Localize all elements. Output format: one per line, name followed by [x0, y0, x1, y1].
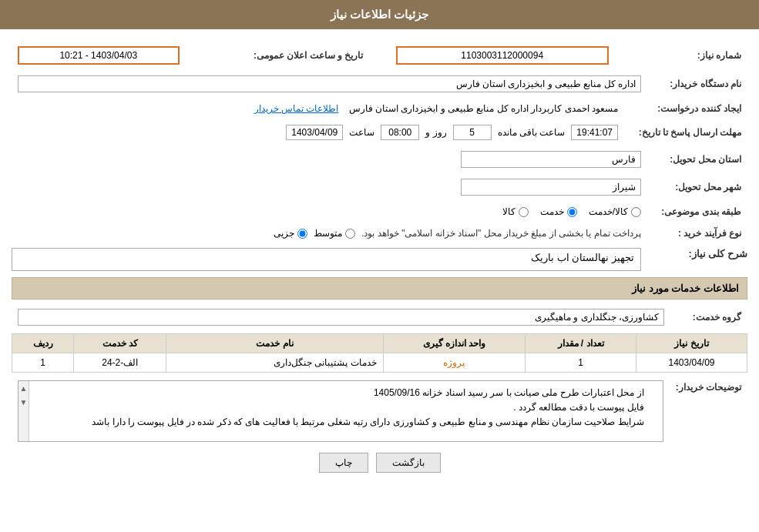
services-section-title: اطلاعات خدمات مورد نیاز [12, 277, 747, 299]
services-table: تاریخ نیاز تعداد / مقدار واحد اندازه گیر… [12, 333, 747, 373]
purchase-type-note: پرداخت تمام یا بخشی از مبلغ خریداز محل "… [361, 228, 641, 239]
buyer-desc-label: توضیحات خریدار: [670, 377, 747, 445]
contact-link[interactable]: اطلاعات تماس خریدار [254, 103, 339, 114]
buyer-org-value: اداره کل منابع طبیعی و ابخیزداری استان ف… [18, 75, 641, 92]
desc-line-2: فایل پیوست با دقت مطالعه گردد . [23, 400, 644, 415]
col-service-name: نام خدمت [166, 334, 384, 353]
deadline-remaining: 19:41:07 [571, 125, 618, 140]
col-date: تاریخ نیاز [636, 334, 747, 353]
page-title: جزئیات اطلاعات نیاز [331, 8, 428, 21]
col-row-num: ردیف [12, 334, 74, 353]
col-quantity: تعداد / مقدار [526, 334, 636, 353]
row-service-code: الف-2-24 [74, 353, 166, 373]
city-value: شیراز [461, 179, 641, 196]
col-unit: واحد اندازه گیری [383, 334, 525, 353]
creator-value: مسعود احمدی کاربردار اداره کل منابع طبیع… [349, 103, 618, 114]
need-number-value: 1103003112000094 [396, 46, 609, 65]
scrollbar[interactable]: ▲ ▼ [18, 381, 29, 441]
purchase-type-motavaset[interactable]: متوسط [314, 228, 355, 239]
city-label: شهر محل تحویل: [647, 176, 747, 199]
need-description-value: تجهیز نهالستان اب باریک [531, 252, 634, 263]
purchase-type-label: نوع فرآیند خرید : [647, 225, 747, 242]
page-header: جزئیات اطلاعات نیاز [0, 0, 759, 29]
deadline-day-label: روز و [425, 127, 446, 138]
announcement-label: تاریخ و ساعت اعلان عمومی: [186, 43, 370, 68]
buyer-description-box: ▲ ▼ از محل اعتبارات طرح ملی صیانت با سر … [18, 380, 663, 442]
table-row: 1403/04/09 1 پروژه خدمات پشتیبانی جنگل‌د… [12, 353, 747, 373]
button-row: بازگشت چاپ [12, 453, 747, 473]
buyer-org-label: نام دستگاه خریدار: [647, 72, 747, 95]
need-number-label: شماره نیاز: [615, 43, 747, 68]
deadline-time-label: ساعت [349, 127, 374, 138]
category-kala-khadamat[interactable]: کالا/خدمت [589, 206, 641, 217]
desc-line-3: شرایط صلاحیت سازمان نظام مهندسی و منابع … [23, 415, 644, 430]
scroll-up-icon[interactable]: ▲ [20, 383, 28, 395]
creator-label: ایجاد کننده درخواست: [624, 100, 747, 117]
deadline-label: مهلت ارسال پاسخ تا تاریخ: [624, 122, 747, 143]
announcement-value: 1403/04/03 - 10:21 [18, 46, 180, 65]
row-quantity: 1 [526, 353, 636, 373]
print-button[interactable]: چاپ [319, 453, 368, 473]
col-service-code: کد خدمت [74, 334, 166, 353]
row-num: 1 [12, 353, 74, 373]
deadline-date: 1403/04/09 [286, 125, 343, 140]
row-service-name: خدمات پشتیبانی جنگل‌داری [166, 353, 384, 373]
purchase-type-joz[interactable]: جزیی [274, 228, 307, 239]
province-label: استان محل تحویل: [647, 148, 747, 171]
deadline-days: 5 [453, 125, 492, 140]
category-label: طبقه بندی موضوعی: [647, 203, 747, 220]
category-khadamat[interactable]: خدمت [540, 206, 577, 217]
row-date: 1403/04/09 [636, 353, 747, 373]
back-button[interactable]: بازگشت [376, 453, 441, 473]
deadline-time: 08:00 [381, 125, 419, 140]
category-kala[interactable]: کالا [502, 206, 529, 217]
desc-line-1: از محل اعتبارات طرح ملی صیانت با سر رسید… [23, 386, 644, 400]
service-group-value: کشاورزی، جنگلداری و ماهیگیری [18, 309, 664, 326]
province-value: فارس [461, 151, 641, 168]
service-group-label: گروه خدمت: [670, 306, 747, 329]
deadline-remaining-label: ساعت باقی مانده [498, 127, 566, 138]
need-desc-section-title: شرح کلی نیاز: [647, 248, 747, 259]
scroll-down-icon[interactable]: ▼ [20, 396, 28, 409]
row-unit: پروژه [383, 353, 525, 373]
